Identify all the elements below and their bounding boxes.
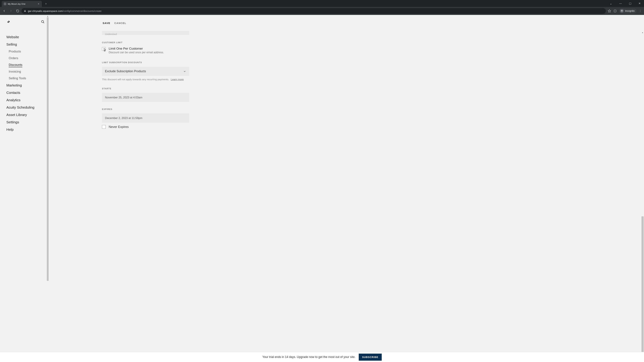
tab-close-icon[interactable]: ✕ bbox=[37, 2, 40, 5]
sidebar-item-marketing[interactable]: Marketing bbox=[6, 82, 49, 89]
svg-point-3 bbox=[42, 20, 44, 23]
sidebar-item-website[interactable]: Website bbox=[6, 33, 49, 41]
subscription-limit-select[interactable]: Exclude Subscription Products bbox=[102, 67, 189, 76]
sidebar-item-asset-library[interactable]: Asset Library bbox=[6, 111, 49, 118]
url-host: gar-chrysalis.squarespace.com/config/com… bbox=[28, 9, 102, 12]
main-content: SAVE CANCEL Unlimited CUSTOMER LIMIT bbox=[49, 15, 644, 362]
section-starts: STARTS bbox=[102, 87, 189, 90]
forward-button[interactable] bbox=[8, 8, 14, 14]
subscribe-button[interactable]: SUBSCRIBE bbox=[359, 354, 382, 361]
cancel-button[interactable]: CANCEL bbox=[114, 22, 126, 24]
subscription-limit-value: Exclude Subscription Products bbox=[105, 69, 146, 73]
lock-icon bbox=[24, 10, 26, 12]
trial-banner: Your trial ends in 14 days. Upgrade now … bbox=[0, 352, 644, 362]
search-icon[interactable] bbox=[41, 20, 44, 24]
maximize-button[interactable]: ▢ bbox=[627, 1, 634, 6]
sidebar-item-selling[interactable]: Selling bbox=[6, 41, 49, 48]
sidebar-item-help[interactable]: Help bbox=[6, 126, 49, 133]
scroll-up-icon[interactable]: ▲ bbox=[46, 15, 49, 17]
sidebar-sub-products[interactable]: Products bbox=[9, 48, 49, 55]
new-tab-button[interactable]: + bbox=[44, 1, 48, 6]
scrollbar-thumb[interactable] bbox=[47, 17, 49, 281]
actions-bar: SAVE CANCEL bbox=[49, 15, 644, 31]
back-button[interactable] bbox=[1, 8, 7, 14]
sidebar-sub-invoicing[interactable]: Invoicing bbox=[9, 68, 49, 75]
limit-per-customer-title: Limit One Per Customer bbox=[109, 47, 164, 50]
tab-title: My Mood Joy One bbox=[8, 3, 36, 5]
favicon-icon bbox=[4, 2, 6, 5]
scroll-up-icon[interactable]: ▲ bbox=[641, 31, 644, 34]
svg-point-1 bbox=[621, 11, 622, 11]
sidebar: Website Selling Products Orders Discount… bbox=[0, 15, 49, 362]
sidebar-item-analytics[interactable]: Analytics bbox=[6, 96, 49, 104]
browser-menu-icon[interactable]: ⋮ bbox=[639, 9, 642, 12]
sidebar-scrollbar[interactable]: ▲ ▼ bbox=[46, 15, 49, 362]
window-controls: ⌄ ― ▢ ✕ bbox=[608, 0, 644, 7]
starts-date-input[interactable]: November 25, 2023 at 4:03am bbox=[102, 93, 189, 102]
close-window-button[interactable]: ✕ bbox=[636, 1, 643, 6]
minimize-button[interactable]: ― bbox=[617, 1, 624, 6]
address-bar[interactable]: gar-chrysalis.squarespace.com/config/com… bbox=[22, 8, 606, 14]
limit-per-customer-desc: Discount can be used once per email addr… bbox=[109, 51, 164, 54]
usage-limit-select[interactable]: Unlimited bbox=[102, 31, 189, 35]
tab-search-icon[interactable]: ⌄ bbox=[608, 1, 614, 6]
sidebar-item-contacts[interactable]: Contacts bbox=[6, 89, 49, 96]
page-viewport: Website Selling Products Orders Discount… bbox=[0, 15, 644, 362]
sidebar-sub-discounts[interactable]: Discounts bbox=[9, 61, 49, 68]
limit-per-customer-checkbox[interactable] bbox=[102, 47, 106, 51]
extensions-icon[interactable] bbox=[614, 9, 617, 12]
sidebar-sub-orders[interactable]: Orders bbox=[9, 55, 49, 61]
incognito-label: Incognito bbox=[625, 9, 634, 12]
browser-tab[interactable]: My Mood Joy One ✕ bbox=[2, 1, 42, 7]
sidebar-item-settings[interactable]: Settings bbox=[6, 118, 49, 126]
chevron-down-icon bbox=[183, 70, 186, 73]
section-subscription: LIMIT SUBSCRIPTION DISCOUNTS bbox=[102, 61, 189, 64]
subscription-helper: This discount will not apply towards any… bbox=[102, 78, 189, 81]
sidebar-item-acuity[interactable]: Acuity Scheduling bbox=[6, 104, 49, 111]
svg-point-2 bbox=[622, 11, 623, 11]
tab-strip: My Mood Joy One ✕ + ⌄ ― ▢ ✕ bbox=[0, 0, 644, 7]
svg-rect-0 bbox=[614, 10, 616, 12]
section-expires: EXPIRES bbox=[102, 108, 189, 110]
squarespace-logo-icon[interactable] bbox=[6, 19, 11, 24]
incognito-badge[interactable]: Incognito bbox=[619, 8, 636, 13]
save-button[interactable]: SAVE bbox=[103, 22, 110, 24]
expires-date-input[interactable]: December 2, 2023 at 11:59pm bbox=[102, 113, 189, 123]
incognito-icon bbox=[620, 9, 624, 13]
scrollbar-thumb[interactable] bbox=[642, 216, 644, 356]
usage-limit-value: Unlimited bbox=[105, 33, 117, 35]
learn-more-link[interactable]: Learn more bbox=[171, 78, 184, 81]
never-expires-label: Never Expires bbox=[109, 125, 129, 129]
never-expires-checkbox[interactable] bbox=[102, 125, 106, 129]
browser-toolbar: gar-chrysalis.squarespace.com/config/com… bbox=[0, 7, 644, 15]
bookmark-icon[interactable] bbox=[608, 9, 611, 12]
trial-message: Your trial ends in 14 days. Upgrade now … bbox=[262, 355, 355, 359]
reload-button[interactable] bbox=[15, 8, 20, 14]
main-scrollbar[interactable]: ▲ ▼ bbox=[641, 31, 644, 362]
section-customer-limit: CUSTOMER LIMIT bbox=[102, 41, 189, 44]
sidebar-sub-selling-tools[interactable]: Selling Tools bbox=[9, 75, 49, 82]
